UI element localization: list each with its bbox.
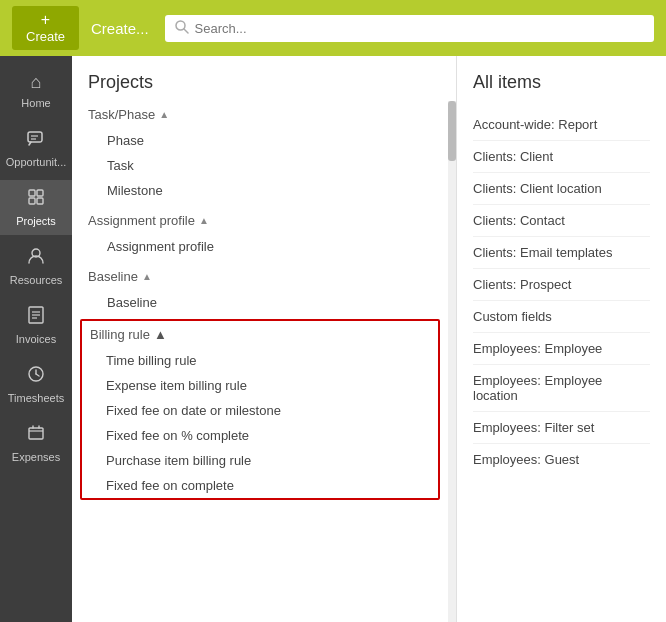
right-list-item[interactable]: Clients: Prospect	[473, 269, 650, 301]
right-list-item[interactable]: Employees: Guest	[473, 444, 650, 475]
left-panel-title: Projects	[72, 56, 456, 101]
sidebar-item-timesheets[interactable]: Timesheets	[0, 357, 72, 412]
right-list-item[interactable]: Clients: Email templates	[473, 237, 650, 269]
tree-child-fixed-fee-pct[interactable]: Fixed fee on % complete	[82, 423, 438, 448]
left-panel-body: Task/Phase ▲ Phase Task Milestone Assign…	[72, 101, 456, 622]
svg-rect-2	[28, 132, 42, 142]
search-bar	[165, 15, 654, 42]
sidebar-item-label: Invoices	[16, 333, 56, 345]
svg-rect-8	[37, 198, 43, 204]
scrollbar-track[interactable]	[448, 101, 456, 622]
tree-child-fixed-fee-complete[interactable]: Fixed fee on complete	[82, 473, 438, 498]
sidebar-item-opportunities[interactable]: Opportunit...	[0, 121, 72, 176]
sidebar-item-expenses[interactable]: Expenses	[0, 416, 72, 471]
right-list-item[interactable]: Employees: Employee location	[473, 365, 650, 412]
billing-rule-arrow: ▲	[154, 327, 167, 342]
tree-group-label: Task/Phase	[88, 107, 155, 122]
resources-icon	[27, 247, 45, 270]
create-label: Create	[26, 29, 65, 44]
billing-rule-box: Billing rule ▲ Time billing rule Expense…	[80, 319, 440, 500]
right-list-item[interactable]: Employees: Employee	[473, 333, 650, 365]
sidebar-item-label: Home	[21, 97, 50, 109]
right-list: Account-wide: ReportClients: ClientClien…	[473, 109, 650, 475]
tree-child-purchase-item[interactable]: Purchase item billing rule	[82, 448, 438, 473]
billing-rule-label: Billing rule	[90, 327, 150, 342]
scrollbar-thumb[interactable]	[448, 101, 456, 161]
tree-child-assignment-profile[interactable]: Assignment profile	[72, 234, 448, 259]
content-area: Projects Task/Phase ▲ Phase Task Milesto…	[72, 56, 666, 622]
search-input[interactable]	[195, 21, 644, 36]
right-list-item[interactable]: Clients: Client location	[473, 173, 650, 205]
tree-group-arrow: ▲	[142, 271, 152, 282]
expenses-icon	[27, 424, 45, 447]
sidebar-item-label: Resources	[10, 274, 63, 286]
topbar-title: Create...	[91, 20, 149, 37]
tree-group-task-phase: Task/Phase ▲ Phase Task Milestone	[72, 101, 448, 203]
sidebar: ⌂ Home Opportunit...	[0, 56, 72, 622]
sidebar-item-label: Projects	[16, 215, 56, 227]
tree-child-milestone[interactable]: Milestone	[72, 178, 448, 203]
right-panel-title: All items	[473, 72, 650, 93]
right-list-item[interactable]: Custom fields	[473, 301, 650, 333]
tree-group-header-task-phase[interactable]: Task/Phase ▲	[72, 101, 448, 128]
tree-group-baseline: Baseline ▲ Baseline	[72, 263, 448, 315]
tree-group-header-assignment-profile[interactable]: Assignment profile ▲	[72, 207, 448, 234]
right-panel: All items Account-wide: ReportClients: C…	[457, 56, 666, 622]
right-list-item[interactable]: Clients: Client	[473, 141, 650, 173]
svg-rect-7	[29, 198, 35, 204]
sidebar-item-invoices[interactable]: Invoices	[0, 298, 72, 353]
svg-line-1	[184, 29, 188, 33]
sidebar-item-resources[interactable]: Resources	[0, 239, 72, 294]
tree-group-assignment-profile: Assignment profile ▲ Assignment profile	[72, 207, 448, 259]
billing-rule-header[interactable]: Billing rule ▲	[82, 321, 438, 348]
opportunities-icon	[27, 129, 45, 152]
tree-group-label: Assignment profile	[88, 213, 195, 228]
sidebar-item-home[interactable]: ⌂ Home	[0, 64, 72, 117]
invoices-icon	[27, 306, 45, 329]
projects-icon	[27, 188, 45, 211]
svg-rect-17	[29, 428, 43, 439]
main-layout: ⌂ Home Opportunit...	[0, 56, 666, 622]
left-panel: Projects Task/Phase ▲ Phase Task Milesto…	[72, 56, 457, 622]
sidebar-item-label: Expenses	[12, 451, 60, 463]
plus-icon: +	[41, 12, 50, 28]
timesheets-icon	[27, 365, 45, 388]
tree-group-label: Baseline	[88, 269, 138, 284]
right-list-item[interactable]: Account-wide: Report	[473, 109, 650, 141]
sidebar-item-projects[interactable]: Projects	[0, 180, 72, 235]
tree-child-task[interactable]: Task	[72, 153, 448, 178]
right-list-item[interactable]: Clients: Contact	[473, 205, 650, 237]
create-button[interactable]: + Create	[12, 6, 79, 50]
top-bar: + Create Create...	[0, 0, 666, 56]
home-icon: ⌂	[31, 72, 42, 93]
svg-rect-5	[29, 190, 35, 196]
tree-child-phase[interactable]: Phase	[72, 128, 448, 153]
tree-group-arrow: ▲	[159, 109, 169, 120]
sidebar-item-label: Opportunit...	[6, 156, 67, 168]
tree-group-arrow: ▲	[199, 215, 209, 226]
tree-child-expense-billing[interactable]: Expense item billing rule	[82, 373, 438, 398]
tree-child-baseline[interactable]: Baseline	[72, 290, 448, 315]
tree-container: Task/Phase ▲ Phase Task Milestone Assign…	[72, 101, 448, 622]
right-list-item[interactable]: Employees: Filter set	[473, 412, 650, 444]
svg-line-16	[36, 374, 39, 376]
sidebar-item-label: Timesheets	[8, 392, 64, 404]
tree-child-fixed-fee-date[interactable]: Fixed fee on date or milestone	[82, 398, 438, 423]
svg-rect-6	[37, 190, 43, 196]
tree-child-time-billing[interactable]: Time billing rule	[82, 348, 438, 373]
tree-group-header-baseline[interactable]: Baseline ▲	[72, 263, 448, 290]
search-icon	[175, 20, 189, 37]
